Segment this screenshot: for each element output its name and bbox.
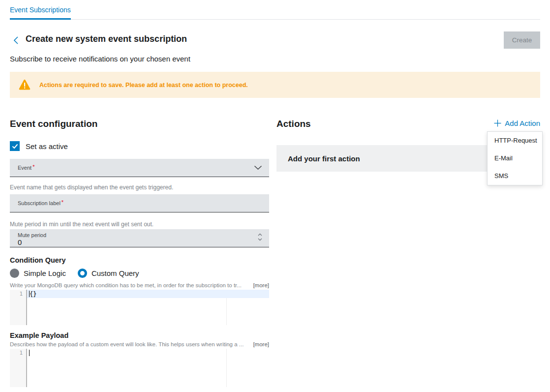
set-as-active-label[interactable]: Set as active [26, 142, 68, 151]
back-button[interactable] [13, 35, 20, 45]
actions-header: Actions Add Action HTTP-Request E-Mail S… [276, 118, 540, 129]
subscription-label-text: Subscription label [18, 200, 61, 206]
editor-code-text: {} [30, 291, 36, 298]
editor-ruler [226, 349, 227, 387]
page-header: Create new system event subscription Cre… [10, 31, 540, 49]
radio-simple-logic-label[interactable]: Simple Logic [24, 269, 66, 277]
menu-item-sms[interactable]: SMS [488, 167, 542, 185]
add-action-menu: HTTP-Request E-Mail SMS [487, 131, 543, 185]
check-icon [12, 144, 18, 149]
plus-icon [494, 120, 501, 127]
condition-query-options: Simple Logic Custom Query [10, 269, 269, 278]
add-action-button[interactable]: Add Action [494, 119, 540, 127]
example-payload-editor[interactable]: 1 [10, 349, 269, 387]
set-as-active-checkbox[interactable] [10, 141, 20, 151]
event-help-text: Event name that gets displayed when the … [10, 184, 269, 191]
required-marker: * [32, 164, 34, 170]
chevron-down-icon [254, 163, 262, 172]
editor-caret [29, 350, 30, 356]
event-select-label: Event [18, 165, 31, 171]
chevron-left-icon [13, 35, 20, 45]
required-marker: * [61, 199, 63, 205]
editor-content[interactable]: {} [27, 290, 269, 325]
page-title: Create new system event subscription [26, 34, 187, 44]
menu-item-email[interactable]: E-Mail [488, 150, 542, 167]
subscription-label-input[interactable]: Subscription label* [10, 194, 269, 212]
radio-custom-query[interactable] [78, 269, 87, 278]
editor-gutter: 1 [10, 290, 27, 325]
create-button[interactable]: Create [504, 31, 540, 49]
payload-help-row: Describes how the payload of a custom ev… [10, 341, 269, 347]
page: Event Subscriptions Create new system ev… [0, 0, 550, 392]
number-stepper[interactable] [257, 233, 263, 243]
condition-query-title: Condition Query [10, 256, 269, 264]
radio-simple-logic[interactable] [10, 269, 19, 278]
query-more-link[interactable]: [more] [253, 282, 269, 288]
payload-more-link[interactable]: [more] [253, 341, 269, 347]
payload-help-text: Describes how the payload of a custom ev… [10, 341, 244, 347]
menu-item-http-request[interactable]: HTTP-Request [488, 132, 542, 150]
warning-text: Actions are required to save. Please add… [39, 82, 248, 89]
editor-active-line [27, 290, 269, 298]
event-configuration-title: Event configuration [10, 118, 269, 129]
query-help-text: Write your MongoDB query which condition… [10, 282, 242, 288]
tab-bar: Event Subscriptions [10, 0, 540, 20]
example-payload-title: Example Payload [10, 332, 269, 339]
editor-content[interactable] [27, 349, 269, 387]
query-help-row: Write your MongoDB query which condition… [10, 282, 269, 288]
editor-gutter: 1 [10, 349, 27, 387]
mute-period-label: Mute period [18, 232, 261, 238]
tab-event-subscriptions[interactable]: Event Subscriptions [10, 6, 71, 20]
event-select[interactable]: Event* [10, 159, 269, 177]
warning-triangle-icon [19, 79, 31, 90]
set-as-active-row[interactable]: Set as active [10, 141, 269, 151]
event-configuration-section: Event configuration Set as active Event*… [10, 118, 269, 387]
page-subtitle: Subscribe to receive notifications on yo… [10, 55, 190, 63]
actions-section: Actions Add Action HTTP-Request E-Mail S… [276, 118, 540, 172]
actions-title: Actions [276, 118, 311, 129]
mute-help-text: Mute period in min until the next event … [10, 221, 269, 228]
mute-period-input[interactable]: Mute period 0 [10, 229, 269, 247]
add-action-label[interactable]: Add Action [505, 119, 540, 127]
radio-custom-query-label[interactable]: Custom Query [92, 269, 139, 277]
condition-query-editor[interactable]: 1 {} [10, 290, 269, 325]
actions-empty-text: Add your first action [288, 154, 360, 163]
warning-banner: Actions are required to save. Please add… [10, 72, 540, 98]
mute-period-value: 0 [18, 239, 261, 246]
